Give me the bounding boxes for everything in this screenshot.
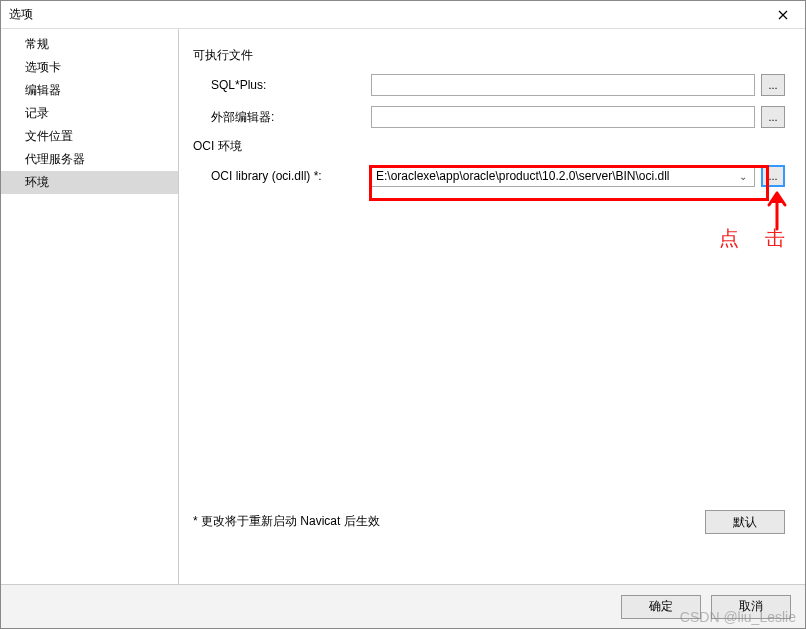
sidebar-item-records[interactable]: 记录 bbox=[1, 102, 178, 125]
sidebar-item-editor[interactable]: 编辑器 bbox=[1, 79, 178, 102]
close-icon bbox=[778, 10, 788, 20]
content-panel: 可执行文件 SQL*Plus: ... 外部编辑器: ... OCI 环境 OC… bbox=[179, 29, 805, 584]
external-editor-browse-button[interactable]: ... bbox=[761, 106, 785, 128]
ok-button[interactable]: 确定 bbox=[621, 595, 701, 619]
cancel-button[interactable]: 取消 bbox=[711, 595, 791, 619]
body: 常规 选项卡 编辑器 记录 文件位置 代理服务器 环境 可执行文件 SQL*Pl… bbox=[1, 29, 805, 584]
oci-library-combo[interactable]: E:\oraclexe\app\oracle\product\10.2.0\se… bbox=[371, 165, 755, 187]
oci-library-browse-button[interactable]: ... bbox=[761, 165, 785, 187]
window-title: 选项 bbox=[9, 6, 33, 23]
oci-library-label: OCI library (oci.dll) *: bbox=[211, 169, 371, 183]
row-external-editor: 外部编辑器: ... bbox=[211, 106, 785, 128]
footer: 确定 取消 bbox=[1, 584, 805, 628]
sidebar: 常规 选项卡 编辑器 记录 文件位置 代理服务器 环境 bbox=[1, 29, 179, 584]
sqlplus-input[interactable] bbox=[371, 74, 755, 96]
external-editor-label: 外部编辑器: bbox=[211, 109, 371, 126]
sidebar-item-tabs[interactable]: 选项卡 bbox=[1, 56, 178, 79]
sidebar-item-general[interactable]: 常规 bbox=[1, 33, 178, 56]
close-button[interactable] bbox=[761, 1, 805, 29]
external-editor-input[interactable] bbox=[371, 106, 755, 128]
sqlplus-label: SQL*Plus: bbox=[211, 78, 371, 92]
titlebar: 选项 bbox=[1, 1, 805, 29]
defaults-button[interactable]: 默认 bbox=[705, 510, 785, 534]
sidebar-item-file-location[interactable]: 文件位置 bbox=[1, 125, 178, 148]
row-sqlplus: SQL*Plus: ... bbox=[211, 74, 785, 96]
restart-note: * 更改将于重新启动 Navicat 后生效 bbox=[193, 513, 380, 530]
chevron-down-icon: ⌄ bbox=[736, 171, 750, 182]
section-oci-label: OCI 环境 bbox=[193, 138, 785, 155]
annotation-click-text: 点 击 bbox=[719, 225, 795, 252]
options-window: 选项 常规 选项卡 编辑器 记录 文件位置 代理服务器 环境 可执行文件 SQL… bbox=[0, 0, 806, 629]
oci-library-value: E:\oraclexe\app\oracle\product\10.2.0\se… bbox=[376, 169, 736, 183]
row-oci-library: OCI library (oci.dll) *: E:\oraclexe\app… bbox=[211, 165, 785, 187]
sqlplus-browse-button[interactable]: ... bbox=[761, 74, 785, 96]
sidebar-item-environment[interactable]: 环境 bbox=[1, 171, 178, 194]
sidebar-item-proxy[interactable]: 代理服务器 bbox=[1, 148, 178, 171]
section-executable-label: 可执行文件 bbox=[193, 47, 785, 64]
